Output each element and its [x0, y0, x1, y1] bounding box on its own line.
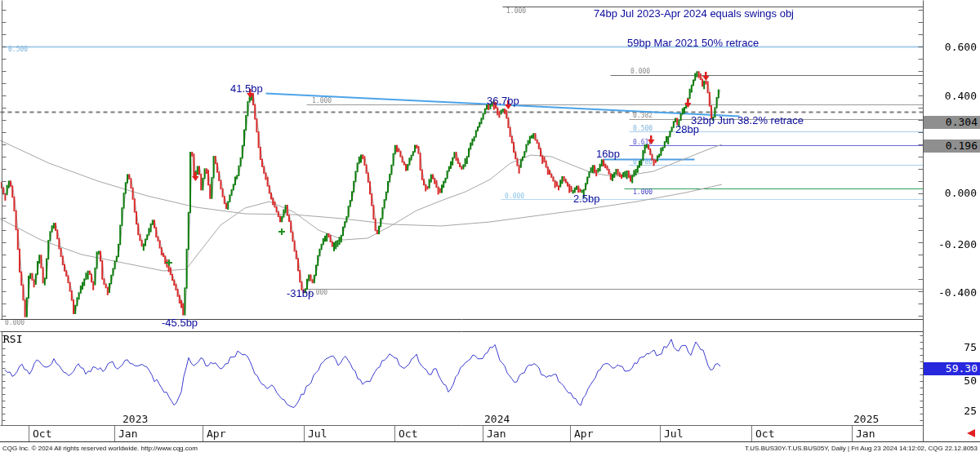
time-axis-separator-2 — [203, 426, 203, 441]
price-axis-label-3: -0.200 — [926, 238, 977, 250]
annotation-3[interactable]: 36.7bp — [487, 95, 519, 107]
annotation-7[interactable]: 2.5bp — [573, 193, 600, 205]
cqg-chart-window: 74bp Jul 2023-Apr 2024 equals swings obj… — [0, 0, 980, 452]
price-level-badge-0304: 0.304 — [924, 116, 980, 129]
time-axis-separator-5 — [483, 426, 483, 441]
time-axis-year-0: 2023 — [122, 413, 148, 425]
annotation-4[interactable]: 32bp Jun 38.2% retrace — [691, 114, 804, 126]
time-axis-month-8: Oct — [755, 428, 774, 440]
annotation-1[interactable]: 59bp Mar 2021 50% retrace — [627, 37, 759, 49]
chart-canvas[interactable] — [0, 0, 980, 452]
price-level-badge-0196: 0.196 — [924, 140, 980, 153]
time-axis-separator-1 — [114, 426, 115, 441]
rsi-panel-title: RSI — [3, 333, 22, 345]
rsi-axis-label-0: 75 — [926, 341, 977, 353]
time-axis-month-3: Jul — [308, 428, 327, 440]
time-axis-month-1: Jan — [118, 428, 137, 440]
time-axis-separator-6 — [570, 426, 571, 441]
price-axis-label-4: -0.400 — [926, 286, 977, 299]
price-axis-label-0: 0.600 — [926, 41, 977, 53]
annotation-6[interactable]: 16bp — [596, 148, 620, 160]
time-axis-separator-4 — [394, 426, 395, 441]
time-axis-separator-0 — [29, 426, 29, 441]
time-axis-month-6: Apr — [574, 428, 593, 440]
time-axis-month-4: Oct — [399, 428, 417, 440]
status-bar: CQG Inc. © 2024 All rights reserved worl… — [0, 441, 980, 452]
time-axis-month-7: Jul — [664, 428, 683, 440]
annotation-9[interactable]: -45.5bp — [162, 317, 198, 329]
annotation-0[interactable]: 74bp Jul 2023-Apr 2024 equals swings obj — [594, 7, 794, 20]
annotation-2[interactable]: 41.5bp — [230, 82, 263, 95]
annotation-8[interactable]: -31bp — [287, 287, 314, 299]
copyright-text: CQG Inc. © 2024 All rights reserved worl… — [2, 445, 198, 452]
time-axis-month-9: Jan — [856, 428, 875, 440]
time-axis-separator-8 — [751, 426, 752, 441]
time-axis-separator-7 — [660, 426, 661, 441]
time-axis-year-1: 2024 — [484, 413, 510, 425]
rsi-axis-label-2: 25 — [926, 405, 977, 417]
time-axis-month-2: Apr — [207, 428, 225, 440]
symbol-info-text: T.US.BUS30Y-T.US.BUS05Y, Daily | Fri Aug… — [745, 445, 978, 452]
latest-bar-arrow-icon[interactable] — [967, 429, 975, 437]
time-axis-year-2: 2025 — [853, 413, 879, 425]
rsi-axis-label-1: 50 — [926, 374, 977, 387]
time-axis-separator-9 — [852, 426, 853, 441]
rsi-value-badge: 59.30 — [924, 362, 980, 375]
time-axis-month-5: Jan — [487, 428, 506, 440]
annotation-5[interactable]: 28bp — [675, 123, 699, 135]
price-axis-label-1: 0.400 — [926, 90, 977, 102]
price-axis-label-2: 0.000 — [926, 187, 977, 199]
time-axis-separator-3 — [304, 426, 305, 441]
time-axis-month-0: Oct — [33, 428, 51, 440]
